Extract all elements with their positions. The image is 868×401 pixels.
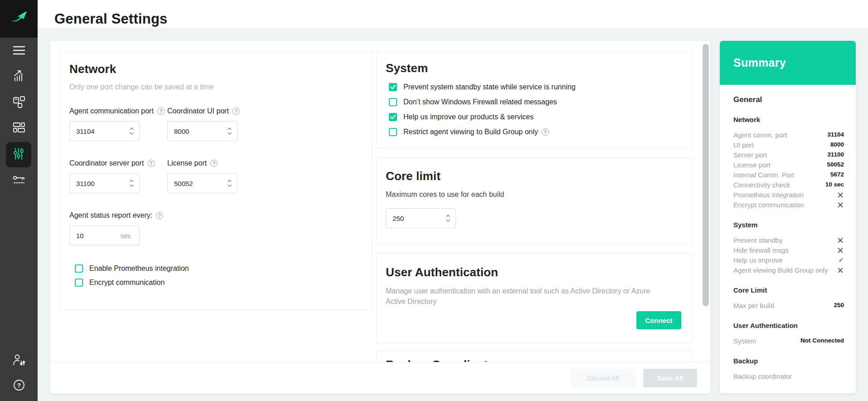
- summary-row-value: ×: [837, 265, 844, 275]
- summary-row-label: UI port: [733, 140, 830, 150]
- system-card-title: System: [386, 61, 683, 75]
- check-mark-icon: [390, 113, 396, 121]
- sidebar-item-settings-active[interactable]: [6, 142, 31, 167]
- help-icon[interactable]: ?: [233, 108, 240, 115]
- core-limit-title: Core limit: [386, 169, 683, 183]
- summary-row-label: Backup coordinator: [733, 372, 844, 381]
- sidebar-item-license[interactable]: [0, 168, 38, 194]
- summary-row-server-port: Server port31100: [733, 150, 844, 160]
- chart-trend-icon: [12, 69, 26, 84]
- summary-row-label: Connectivity check: [733, 180, 825, 190]
- menu-button[interactable]: [0, 39, 38, 64]
- app-logo[interactable]: [0, 0, 38, 38]
- checkbox-don-t-show-windows-firewall-related-messages[interactable]: [389, 98, 397, 106]
- summary-fade-overlay: [720, 385, 856, 393]
- sidebar-item-agents[interactable]: [0, 90, 38, 116]
- summary-row-label: Hide firewall msgs: [733, 245, 837, 255]
- summary-row-label: System: [733, 336, 800, 346]
- save-all-button[interactable]: Save All: [643, 369, 697, 387]
- core-limit-card: Core limit Maximum cores to use for each…: [376, 158, 693, 244]
- field-label: Agent status report every: ?: [69, 211, 363, 220]
- sidebar-item-builds[interactable]: [0, 116, 38, 141]
- stepper-arrows[interactable]: [227, 178, 232, 188]
- stepper-arrows[interactable]: [129, 178, 134, 188]
- summary-row-system: SystemNot Connected: [733, 336, 844, 346]
- summary-row-value: 5672: [830, 170, 844, 180]
- summary-row-license-port: License port50052: [733, 160, 844, 170]
- checkbox-prevent-system-standby-state-while-service-is-running[interactable]: [389, 83, 397, 91]
- checkbox-row-enable-prometheus-integration[interactable]: Enable Prometheus integration: [75, 264, 363, 273]
- number-input-agent-communication-port[interactable]: [69, 121, 140, 141]
- summary-row-hide-firewall-msgs: Hide firewall msgs×: [733, 245, 844, 255]
- report-interval-input[interactable]: sec: [69, 225, 140, 245]
- checkbox-row-don-t-show-windows-firewall-related-messages[interactable]: Don’t show Windows Firewall related mess…: [389, 98, 683, 106]
- checkbox-label: Help us improve our products & services: [403, 113, 533, 121]
- checkbox-row-encrypt-communication[interactable]: Encrypt communication: [75, 279, 363, 287]
- summary-row-internal-comm-port: Internal Comm. Port5672: [733, 170, 844, 180]
- checkbox-row-prevent-system-standby-state-while-service-is-running[interactable]: Prevent system standby state while servi…: [389, 83, 683, 91]
- port-field-coordinator-server-port: Coordinator server port?: [69, 159, 167, 193]
- user-authentication-description: Manage user authentication with an exter…: [386, 286, 651, 307]
- field-label-text: Coordinator server port: [69, 159, 144, 167]
- summary-row-label: License port: [733, 160, 827, 170]
- agents-cluster-icon: [12, 95, 26, 111]
- help-icon[interactable]: ?: [542, 128, 549, 136]
- help-icon[interactable]: ?: [148, 160, 155, 167]
- agent-status-report-field: Agent status report every: ? sec: [69, 211, 363, 245]
- hamburger-icon: [12, 45, 26, 58]
- number-input-coordinator-ui-port[interactable]: [167, 121, 238, 141]
- checkbox-label: Restrict agent viewing to Build Group on…: [403, 128, 538, 136]
- sliders-icon: [12, 147, 25, 162]
- checkbox-label: Don’t show Windows Firewall related mess…: [403, 98, 557, 106]
- summary-heading-system: System: [733, 221, 844, 229]
- summary-row-value: 10 sec: [825, 180, 844, 190]
- help-icon[interactable]: ?: [157, 108, 165, 115]
- summary-content: General NetworkAgent comm. port31104UI p…: [720, 95, 856, 381]
- network-card-title: Network: [69, 62, 363, 76]
- core-limit-input[interactable]: [386, 208, 456, 228]
- summary-row-connectivity-check: Connectivity check10 sec: [733, 180, 844, 190]
- discard-all-button[interactable]: Discard All: [570, 369, 635, 387]
- checkbox-row-help-us-improve-our-products-services[interactable]: Help us improve our products & services: [389, 113, 683, 121]
- incredibuild-logo-icon: [8, 7, 30, 31]
- summary-row-value: 50052: [827, 160, 844, 170]
- checkbox-restrict-agent-viewing-to-build-group-only[interactable]: [389, 128, 397, 136]
- summary-row-value: 31104: [827, 130, 844, 140]
- summary-groups: NetworkAgent comm. port31104UI port8000S…: [733, 116, 844, 381]
- unit-label: sec: [121, 232, 131, 240]
- sidebar-item-user-preferences[interactable]: [0, 348, 38, 373]
- checkbox-help-us-improve-our-products-services[interactable]: [389, 113, 397, 121]
- settings-main-panel: Network Only one port change can be save…: [50, 41, 710, 393]
- port-field-agent-communication-port: Agent communication port?: [69, 107, 167, 141]
- stepper-arrows[interactable]: [446, 213, 451, 223]
- summary-row-agent-viewing-build-group-only: Agent viewing Build Group only×: [733, 265, 844, 275]
- checkbox-enable-prometheus-integration[interactable]: [75, 264, 83, 273]
- help-icon[interactable]: ?: [210, 160, 218, 167]
- sidebar-item-performance[interactable]: [0, 64, 38, 89]
- help-icon[interactable]: ?: [156, 212, 163, 219]
- connect-button[interactable]: Connect: [636, 311, 681, 329]
- summary-row-label: Agent viewing Build Group only: [733, 265, 837, 275]
- summary-row-label: Server port: [733, 150, 827, 160]
- number-input-coordinator-server-port[interactable]: [69, 173, 140, 193]
- summary-heading-core-limit: Core Limit: [733, 286, 844, 294]
- stepper-arrows[interactable]: [227, 126, 232, 136]
- summary-row-backup-coordinator: Backup coordinator: [733, 371, 844, 381]
- number-input-license-port[interactable]: [167, 173, 238, 193]
- summary-row-value: ×: [837, 190, 844, 200]
- summary-title: Summary: [733, 56, 786, 69]
- key-icon: [12, 174, 26, 188]
- stepper-arrows[interactable]: [129, 126, 134, 136]
- checkbox-row-restrict-agent-viewing-to-build-group-only[interactable]: Restrict agent viewing to Build Group on…: [389, 128, 683, 136]
- summary-row-label: Prevent standby: [733, 235, 837, 245]
- field-label: License port?: [167, 159, 265, 167]
- help-button[interactable]: ?: [0, 373, 38, 399]
- summary-row-prometheus-integration: Prometheus integration×: [733, 190, 844, 200]
- summary-row-value: ×: [837, 245, 844, 255]
- vertical-scrollbar[interactable]: [703, 44, 709, 306]
- network-fields: Agent communication port?Coordinator UI …: [69, 107, 363, 193]
- summary-row-encrypt-communication: Encrypt communication×: [733, 200, 844, 210]
- summary-heading-network: Network: [733, 116, 844, 123]
- check-mark-icon: [390, 83, 396, 91]
- checkbox-encrypt-communication[interactable]: [75, 279, 83, 287]
